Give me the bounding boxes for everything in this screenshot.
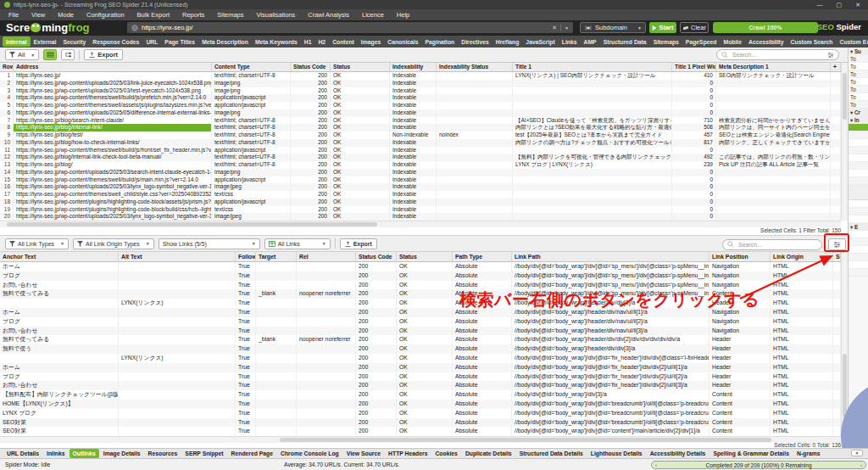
- cell-target[interactable]: [256, 381, 297, 390]
- crawl-tab[interactable]: AMP: [581, 36, 600, 47]
- cell-address[interactable]: https://lynx-seo.jp/blog/internal-link-c…: [14, 154, 212, 161]
- cell-title[interactable]: [513, 199, 672, 206]
- detail-tab[interactable]: Chrome Console Log: [277, 449, 342, 458]
- cell-content-type[interactable]: application/javascript: [212, 94, 291, 102]
- cell-indexability[interactable]: Indexable: [390, 109, 437, 117]
- column-header[interactable]: Path Type: [453, 252, 512, 261]
- crawl-tab[interactable]: JavaScript: [522, 36, 558, 47]
- cell-link-path[interactable]: //body/div[@id='body_wrap']/div[@id='fix…: [512, 381, 709, 390]
- cell-path-type[interactable]: Absolute: [453, 317, 512, 327]
- cell-rel[interactable]: [297, 308, 356, 317]
- cell-anchor-text[interactable]: ブログ: [0, 372, 119, 382]
- cell-indexability-status[interactable]: [437, 109, 513, 117]
- cell-link-position[interactable]: Content: [709, 390, 771, 400]
- cell-title-pixel-width[interactable]: 0: [672, 191, 716, 199]
- cell-target[interactable]: _blank: [256, 289, 297, 299]
- cell-rel[interactable]: [297, 317, 356, 327]
- cell-anchor-text[interactable]: 無料で使ってみる: [0, 335, 119, 344]
- cell-indexability[interactable]: Indexable: [390, 199, 437, 206]
- cell-title[interactable]: LYNX ブログ | LYNX(リンクス): [513, 161, 672, 169]
- cell-address[interactable]: https://lynx-seo.jp/wp-content/themes/sw…: [14, 147, 212, 154]
- cell-target[interactable]: [256, 281, 297, 290]
- cell-meta-description[interactable]: [716, 176, 831, 184]
- cell-status[interactable]: OK: [331, 117, 390, 125]
- start-button[interactable]: Start: [649, 22, 676, 33]
- cell-address[interactable]: https://lynx-seo.jp/blog/: [14, 161, 212, 169]
- cell-indexability-status[interactable]: [437, 183, 513, 191]
- cell-target[interactable]: [256, 409, 297, 418]
- cell-indexability[interactable]: Indexable: [390, 191, 437, 199]
- cell-follow[interactable]: True: [236, 418, 256, 428]
- cell-address[interactable]: https://lynx-seo.jp/wp-content/themes/sw…: [14, 191, 212, 199]
- column-header[interactable]: Title 1 Pixel Width: [672, 63, 716, 71]
- menu-item[interactable]: Configuration: [86, 11, 125, 19]
- cell-status-code[interactable]: 200: [356, 354, 397, 363]
- crawl-tab[interactable]: H2: [314, 36, 329, 47]
- menu-item[interactable]: Sitemaps: [217, 11, 243, 19]
- overview-row[interactable]: [849, 139, 868, 147]
- overview-row[interactable]: ▾ E: [849, 223, 868, 231]
- overview-row[interactable]: To: [849, 63, 868, 70]
- cell-target[interactable]: [256, 427, 297, 436]
- cell-target[interactable]: [256, 271, 297, 281]
- menu-item[interactable]: Help: [397, 11, 409, 19]
- cell-link-origin[interactable]: HTML: [771, 354, 833, 363]
- cell-indexability-status[interactable]: [437, 72, 513, 80]
- link-origin-types-select[interactable]: All Link Origin Types ▼: [73, 238, 154, 249]
- cell-link-position[interactable]: Content: [709, 400, 771, 409]
- cell-status-code[interactable]: 200: [356, 390, 397, 400]
- cell-status[interactable]: OK: [397, 308, 453, 317]
- cell-status[interactable]: OK: [331, 191, 390, 199]
- cell-address[interactable]: https://lynx-seo.jp/wp-content/plugins/h…: [14, 199, 212, 206]
- cell-meta-description[interactable]: SEOとは検索エンジン最適化(Search Engine Optimizatio…: [716, 131, 831, 139]
- cell-content-type[interactable]: image/png: [212, 87, 291, 95]
- cell-indexability-status[interactable]: noindex: [437, 131, 513, 139]
- cell-title[interactable]: [513, 169, 672, 176]
- detail-tab[interactable]: Outlinks: [70, 449, 99, 458]
- cell-link-origin[interactable]: HTML: [771, 372, 833, 382]
- cell-content-type[interactable]: application/javascript: [212, 147, 291, 154]
- crawl-tab[interactable]: Security: [59, 36, 89, 47]
- crawl-tab[interactable]: URL: [142, 36, 161, 47]
- cell-follow[interactable]: True: [236, 354, 256, 363]
- cell-title[interactable]: 【無料】内部リンクを可視化・管理できる内部リンクチェックツール: [513, 154, 672, 161]
- detail-tab[interactable]: Inlinks: [43, 449, 69, 458]
- cell-title-pixel-width[interactable]: 0: [672, 80, 716, 87]
- cell-target[interactable]: [256, 308, 297, 317]
- menu-item[interactable]: View: [31, 11, 45, 19]
- cell-content-type[interactable]: text/css: [212, 206, 291, 214]
- cell-alt-text[interactable]: [119, 427, 236, 436]
- crawl-tab[interactable]: Custom Extraction: [836, 36, 868, 47]
- cell-anchor-text[interactable]: LYNX ブログ: [0, 409, 119, 418]
- cell-status[interactable]: OK: [331, 94, 390, 102]
- cell-rel[interactable]: [297, 418, 356, 428]
- cell-alt-text[interactable]: [119, 372, 236, 382]
- cell-address[interactable]: https://lynx-seo.jp/wp-content/uploads/2…: [14, 169, 212, 176]
- cell-target[interactable]: [256, 390, 297, 400]
- cell-anchor-text[interactable]: 無料で使ってみる: [0, 289, 119, 299]
- detail-tab[interactable]: Duplicate Details: [462, 449, 515, 458]
- cell-target[interactable]: [256, 354, 297, 363]
- cell-target[interactable]: [256, 400, 297, 409]
- crawl-tab[interactable]: Sitemaps: [650, 36, 682, 47]
- cell-status-code[interactable]: 200: [356, 317, 397, 327]
- cell-path-type[interactable]: Absolute: [453, 381, 512, 390]
- cell-meta-description[interactable]: [716, 183, 831, 191]
- cell-title-pixel-width[interactable]: 410: [672, 72, 716, 80]
- overview-row[interactable]: [849, 162, 868, 170]
- links-export-button[interactable]: Export: [340, 238, 377, 249]
- cell-address[interactable]: https://lynx-seo.jp/wp-content/uploads/2…: [14, 87, 212, 95]
- cell-status[interactable]: OK: [331, 124, 390, 131]
- cell-title-pixel-width[interactable]: 492: [672, 154, 716, 161]
- cell-content-type[interactable]: image/png: [212, 169, 291, 176]
- cell-alt-text[interactable]: [119, 327, 236, 336]
- crawl-tab[interactable]: Canonicals: [384, 36, 421, 47]
- detail-tab[interactable]: HTTP Headers: [385, 449, 431, 458]
- cell-title-pixel-width[interactable]: 0: [672, 176, 716, 184]
- cell-alt-text[interactable]: [119, 262, 236, 271]
- main-search-input[interactable]: [731, 51, 825, 59]
- cell-meta-description[interactable]: 検索意図分析に時間がかかりすぎていませんか? 本記事では、AI...: [716, 117, 831, 125]
- cell-meta-description[interactable]: [716, 80, 831, 87]
- export-button[interactable]: Export: [84, 49, 123, 60]
- cell-status-code[interactable]: 200: [356, 418, 397, 428]
